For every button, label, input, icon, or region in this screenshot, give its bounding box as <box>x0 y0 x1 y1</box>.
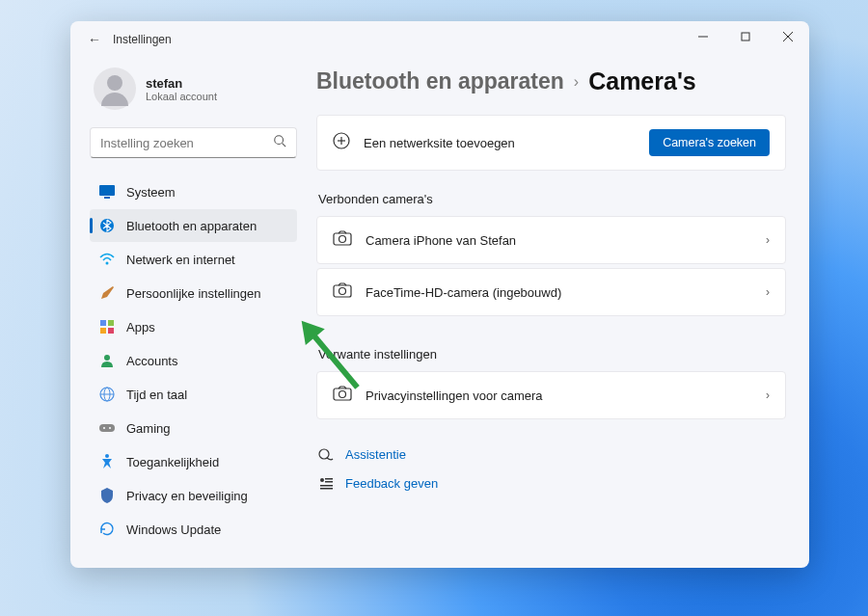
back-button[interactable]: ← <box>80 32 109 47</box>
nav-label: Tijd en taal <box>126 388 187 402</box>
chevron-right-icon: › <box>574 73 579 91</box>
nav-list: Systeem Bluetooth en apparaten Netwerk e… <box>90 175 297 546</box>
nav-personalization[interactable]: Persoonlijke instellingen <box>90 277 297 309</box>
user-block[interactable]: stefan Lokaal account <box>90 58 297 127</box>
bluetooth-icon <box>99 218 115 233</box>
shield-icon <box>99 488 115 503</box>
gamepad-icon <box>99 420 115 436</box>
nav-label: Toegankelijkheid <box>126 455 219 469</box>
breadcrumb-current: Camera's <box>588 67 696 95</box>
breadcrumb-parent[interactable]: Bluetooth en apparaten <box>316 68 564 94</box>
add-label: Een netwerksite toevoegen <box>364 136 515 150</box>
svg-rect-34 <box>325 481 333 483</box>
nav-windows-update[interactable]: Windows Update <box>90 513 297 546</box>
svg-rect-13 <box>108 328 114 334</box>
camera-icon <box>333 386 352 405</box>
section-connected-title: Verbonden camera's <box>318 192 786 206</box>
svg-point-21 <box>105 454 109 458</box>
nav-label: Netwerk en internet <box>126 253 235 267</box>
settings-window: ← Instellingen stefan Lokaal account <box>70 21 809 568</box>
svg-point-9 <box>106 262 109 265</box>
window-controls <box>682 21 809 52</box>
svg-rect-12 <box>100 328 106 334</box>
svg-rect-7 <box>104 197 110 199</box>
accessibility-icon <box>99 454 115 469</box>
nav-bluetooth[interactable]: Bluetooth en apparaten <box>90 209 297 242</box>
svg-point-28 <box>339 288 346 295</box>
svg-point-19 <box>103 427 105 429</box>
user-name: stefan <box>146 76 217 91</box>
camera-icon <box>333 282 352 302</box>
nav-apps[interactable]: Apps <box>90 310 297 343</box>
user-subtitle: Lokaal account <box>146 91 217 102</box>
svg-rect-1 <box>742 33 749 40</box>
camera-label: FaceTime-HD-camera (ingebouwd) <box>366 285 561 300</box>
search-cameras-button[interactable]: Camera's zoeken <box>649 129 770 156</box>
main-content: Bluetooth en apparaten › Camera's Een ne… <box>316 58 790 549</box>
wifi-icon <box>99 252 115 267</box>
update-icon <box>99 522 115 537</box>
svg-line-5 <box>283 144 286 147</box>
help-links: Assistentie Feedback geven <box>316 441 786 496</box>
close-button[interactable] <box>767 21 809 52</box>
svg-point-31 <box>319 449 329 459</box>
svg-rect-27 <box>334 285 351 297</box>
avatar <box>94 67 136 110</box>
titlebar: ← Instellingen <box>70 21 809 58</box>
camera-icon <box>333 230 352 250</box>
link-label: Feedback geven <box>345 476 438 491</box>
row-label: Privacyinstellingen voor camera <box>366 388 543 403</box>
nav-accessibility[interactable]: Toegankelijkheid <box>90 445 297 478</box>
svg-rect-25 <box>334 233 351 245</box>
feedback-link[interactable]: Feedback geven <box>318 475 784 491</box>
nav-network[interactable]: Netwerk en internet <box>90 243 297 276</box>
help-link[interactable]: Assistentie <box>318 446 784 462</box>
link-label: Assistentie <box>345 447 406 462</box>
nav-label: Windows Update <box>126 522 221 537</box>
camera-row-iphone[interactable]: Camera iPhone van Stefan › <box>316 216 786 264</box>
plus-circle-icon <box>333 132 350 153</box>
chevron-right-icon: › <box>766 285 770 299</box>
search-input[interactable] <box>100 136 273 150</box>
section-related-title: Verwante instellingen <box>318 347 786 362</box>
svg-rect-29 <box>334 388 351 400</box>
chevron-right-icon: › <box>766 233 770 247</box>
svg-rect-35 <box>320 485 333 487</box>
svg-point-32 <box>320 478 324 482</box>
maximize-button[interactable] <box>724 21 767 52</box>
camera-row-facetime[interactable]: FaceTime-HD-camera (ingebouwd) › <box>316 268 786 316</box>
window-title: Instellingen <box>113 33 172 46</box>
system-icon <box>99 184 115 200</box>
nav-accounts[interactable]: Accounts <box>90 344 297 377</box>
privacy-camera-row[interactable]: Privacyinstellingen voor camera › <box>316 371 786 419</box>
svg-point-14 <box>104 355 110 361</box>
svg-rect-10 <box>100 320 106 326</box>
nav-privacy[interactable]: Privacy en beveiliging <box>90 479 297 512</box>
svg-point-20 <box>109 427 111 429</box>
nav-gaming[interactable]: Gaming <box>90 412 297 444</box>
minimize-button[interactable] <box>682 21 724 52</box>
svg-rect-36 <box>320 488 333 490</box>
svg-rect-6 <box>99 185 115 196</box>
svg-rect-18 <box>99 424 115 432</box>
add-network-camera-row: Een netwerksite toevoegen Camera's zoeke… <box>316 115 786 171</box>
nav-system[interactable]: Systeem <box>90 175 297 208</box>
sidebar: stefan Lokaal account Systeem Bluetooth … <box>90 58 297 549</box>
svg-point-26 <box>339 236 346 243</box>
nav-label: Apps <box>126 320 155 335</box>
nav-label: Privacy en beveiliging <box>126 489 248 503</box>
svg-rect-33 <box>325 478 333 480</box>
search-box[interactable] <box>90 127 297 158</box>
brush-icon <box>99 285 115 301</box>
nav-label: Persoonlijke instellingen <box>126 286 260 301</box>
feedback-icon <box>318 475 334 491</box>
globe-clock-icon <box>99 387 115 402</box>
svg-point-4 <box>275 136 284 145</box>
nav-time-language[interactable]: Tijd en taal <box>90 378 297 411</box>
camera-label: Camera iPhone van Stefan <box>366 233 516 248</box>
apps-icon <box>99 319 115 335</box>
nav-label: Bluetooth en apparaten <box>126 219 257 233</box>
svg-point-30 <box>339 391 346 398</box>
search-icon <box>273 134 286 151</box>
nav-label: Accounts <box>126 354 177 368</box>
